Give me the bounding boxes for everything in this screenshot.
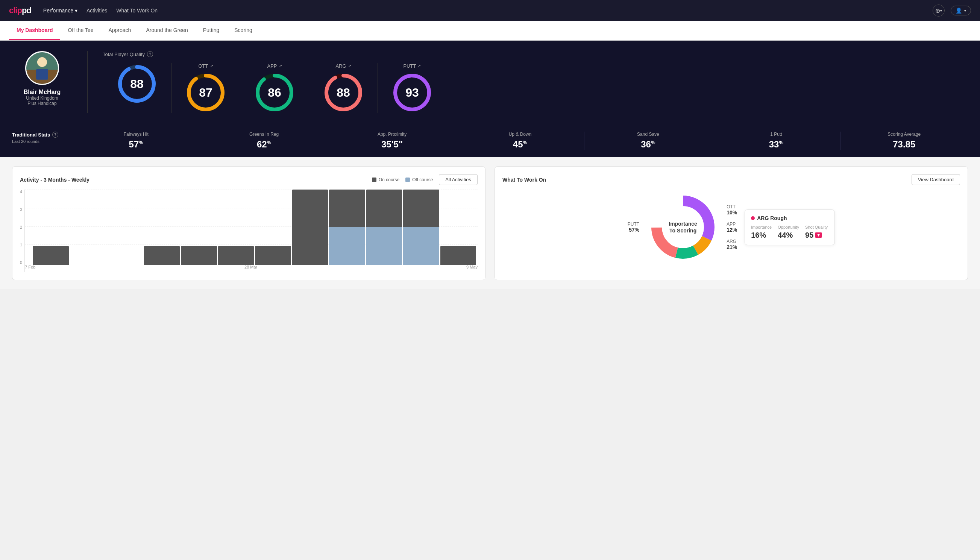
tab-putting[interactable]: Putting <box>196 21 227 40</box>
all-activities-button[interactable]: All Activities <box>439 174 478 185</box>
navigation: clippd Performance ▾ Activities What To … <box>0 0 980 21</box>
user-menu[interactable]: 👤 ▾ <box>951 6 971 15</box>
add-button[interactable]: ⊕ ▾ <box>933 5 945 17</box>
quality-label: Total Player Quality ? <box>103 51 968 57</box>
nav-link-what-to-work-on[interactable]: What To Work On <box>116 6 158 15</box>
tab-approach[interactable]: Approach <box>101 21 138 40</box>
bar-on-7 <box>255 246 291 265</box>
svg-rect-3 <box>36 69 48 80</box>
bar-group-6 <box>218 190 254 265</box>
gauge-value-putt: 93 <box>405 86 419 100</box>
shot-quality-badge: ▼ <box>815 232 822 238</box>
putt-value: 57% <box>627 227 639 233</box>
bar-off-11 <box>403 227 439 265</box>
gauge-label-app: APP ↗ <box>267 63 282 69</box>
metric-shot-quality-value: 95 ▼ <box>805 231 822 240</box>
y-label-1: 1 <box>20 243 22 247</box>
stat-greens-in-reg: Greens In Reg 62% <box>200 132 328 150</box>
ott-label: OTT <box>727 204 737 210</box>
stats-label: Traditional Stats ? <box>12 132 72 138</box>
on-course-dot <box>372 178 376 182</box>
bar-on-6 <box>218 246 254 265</box>
stat-value-fairways: 57% <box>129 139 143 150</box>
stat-value-sand: 36% <box>641 139 655 150</box>
y-label-0: 0 <box>20 260 22 265</box>
donut-label-app: APP 12% <box>727 222 737 233</box>
gauge-value-arg: 88 <box>336 86 350 100</box>
gauge-app: APP ↗ 86 <box>240 63 309 113</box>
app-arrow-icon: ↗ <box>279 63 282 68</box>
stat-value-gir: 62% <box>257 139 271 150</box>
nav-link-activities[interactable]: Activities <box>87 6 107 15</box>
gauge-label-putt: PUTT ↗ <box>404 63 421 69</box>
stats-sub: Last 20 rounds <box>12 139 72 144</box>
info-card: ARG Rough Importance 16% Opportunity 44%… <box>745 210 835 245</box>
gauge-circle-app: 86 <box>254 72 295 113</box>
x-label-feb: 7 Feb <box>25 265 35 272</box>
y-label-2: 2 <box>20 225 22 229</box>
bar-group-8 <box>292 190 328 265</box>
nav-links: Performance ▾ Activities What To Work On <box>43 6 933 15</box>
bar-off-10 <box>366 227 403 265</box>
app-value: 12% <box>727 227 737 233</box>
activity-chart-card: Activity - 3 Months - Weekly On course O… <box>12 166 486 280</box>
tabs-bar: My Dashboard Off the Tee Approach Around… <box>0 21 980 41</box>
gauge-circle-putt: 93 <box>391 72 433 113</box>
stat-up-and-down: Up & Down 45% <box>456 132 584 150</box>
gauge-value-overall: 88 <box>130 77 144 91</box>
gauge-value-app: 86 <box>268 86 281 100</box>
tab-scoring[interactable]: Scoring <box>227 21 260 40</box>
stat-sand-save: Sand Save 36% <box>584 132 712 150</box>
chevron-down-icon: ▾ <box>75 8 77 13</box>
hero-section: Blair McHarg United Kingdom Plus Handica… <box>0 41 980 124</box>
vertical-divider <box>87 51 88 113</box>
chart-title: Activity - 3 Months - Weekly <box>20 177 366 183</box>
donut-label-putt: PUTT 57% <box>627 222 639 233</box>
quality-help-icon[interactable]: ? <box>147 51 153 57</box>
chevron-down-icon: ▾ <box>964 8 966 13</box>
stat-value-scoring: 73.85 <box>893 139 915 150</box>
stat-app-proximity: App. Proximity 35'5" <box>328 132 456 150</box>
bar-on-1 <box>33 246 69 265</box>
view-dashboard-button[interactable]: View Dashboard <box>912 174 960 185</box>
gauge-arg: ARG ↗ 88 <box>309 63 378 113</box>
bar-group-12 <box>440 190 476 265</box>
ott-arrow-icon: ↗ <box>210 63 213 68</box>
gauge-value-ott: 87 <box>199 86 213 100</box>
metric-importance: Importance 16% <box>751 225 772 240</box>
ott-value: 10% <box>727 210 737 215</box>
bottom-section: Activity - 3 Months - Weekly On course O… <box>0 157 980 289</box>
gauge-ott: OTT ↗ 87 <box>171 63 240 113</box>
bar-on-5 <box>181 246 217 265</box>
gauge-overall: 88 <box>103 63 171 113</box>
metric-opportunity: Opportunity 44% <box>778 225 799 240</box>
nav-link-performance[interactable]: Performance ▾ <box>43 6 77 15</box>
bar-on-4 <box>144 246 180 265</box>
stats-label-group: Traditional Stats ? Last 20 rounds <box>12 132 72 144</box>
tab-my-dashboard[interactable]: My Dashboard <box>9 21 60 40</box>
logo[interactable]: clippd <box>9 6 31 15</box>
arg-value: 21% <box>727 244 737 250</box>
donut-center-line1: Importance <box>669 220 697 227</box>
nav-right: ⊕ ▾ 👤 ▾ <box>933 5 971 17</box>
x-labels: 7 Feb 28 Mar 9 May <box>25 265 478 272</box>
donut-center-line2: To Scoring <box>669 227 697 234</box>
stat-value-proximity: 35'5" <box>381 139 403 150</box>
what-to-work-on-card: What To Work On View Dashboard PUTT 57% <box>494 166 968 280</box>
stats-help-icon[interactable]: ? <box>52 132 58 138</box>
donut-labels-left: PUTT 57% <box>627 222 639 233</box>
legend-on-course: On course <box>372 177 399 182</box>
info-card-dot <box>751 216 755 220</box>
gauge-circle-arg: 88 <box>323 72 364 113</box>
gauge-circle-overall: 88 <box>116 63 158 105</box>
wtwo-title: What To Work On <box>502 177 912 183</box>
stat-scoring-average: Scoring Average 73.85 <box>840 132 968 150</box>
bar-on-12 <box>440 246 476 265</box>
bar-on-10 <box>366 190 403 227</box>
tab-off-the-tee[interactable]: Off the Tee <box>60 21 101 40</box>
x-label-may: 9 May <box>466 265 478 272</box>
tab-around-the-green[interactable]: Around the Green <box>138 21 195 40</box>
donut-center: Importance To Scoring <box>669 220 697 234</box>
metric-shot-quality: Shot Quality 95 ▼ <box>805 225 828 240</box>
bar-group-7 <box>255 190 291 265</box>
